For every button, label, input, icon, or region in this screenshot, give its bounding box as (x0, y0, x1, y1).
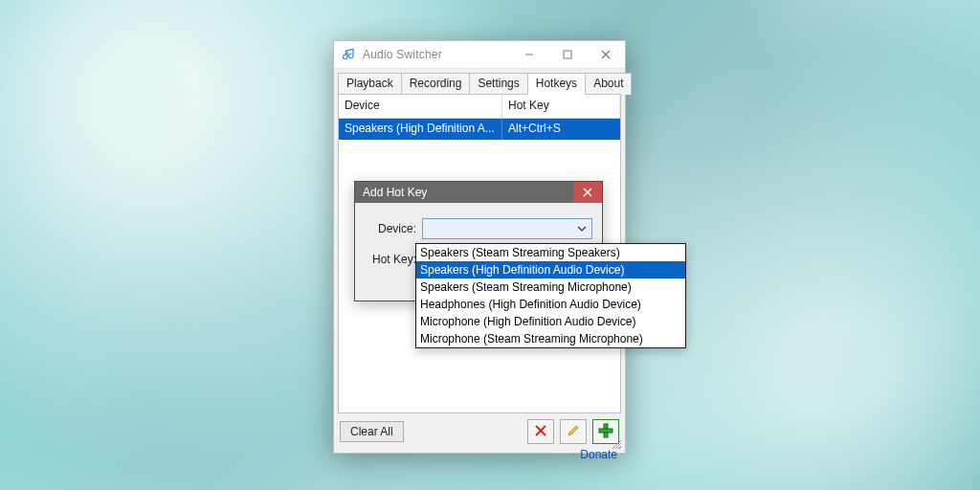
device-dropdown-list[interactable]: Speakers (Steam Streaming Speakers) Spea… (415, 243, 686, 348)
chevron-down-icon (574, 221, 590, 236)
device-label: Device: (365, 222, 422, 235)
list-item[interactable]: Speakers (Steam Streaming Microphone) (416, 278, 685, 296)
list-item[interactable]: Microphone (Steam Streaming Microphone) (416, 330, 685, 347)
tab-hotkeys[interactable]: Hotkeys (527, 73, 586, 95)
donate-link[interactable]: Donate (334, 444, 625, 461)
pencil-icon (567, 424, 580, 440)
close-button[interactable] (587, 41, 625, 68)
svg-rect-1 (564, 51, 571, 58)
resize-grip[interactable] (610, 437, 621, 449)
dialog-titlebar[interactable]: Add Hot Key (355, 182, 602, 203)
table-row[interactable]: Speakers (High Definition A... Alt+Ctrl+… (339, 119, 620, 140)
dialog-title: Add Hot Key (363, 186, 573, 199)
close-icon (583, 185, 592, 200)
dialog-close-button[interactable] (573, 182, 602, 203)
window-title: Audio Switcher (363, 48, 510, 61)
tab-recording[interactable]: Recording (401, 73, 471, 95)
tab-strip: Playback Recording Settings Hotkeys Abou… (334, 69, 625, 94)
table-header: Device Hot Key (339, 95, 620, 119)
titlebar[interactable]: Audio Switcher (334, 41, 625, 69)
cell-device: Speakers (High Definition A... (339, 119, 502, 140)
clear-all-button[interactable]: Clear All (340, 421, 404, 442)
tab-about[interactable]: About (585, 73, 632, 95)
col-device[interactable]: Device (339, 95, 502, 118)
list-item[interactable]: Microphone (High Definition Audio Device… (416, 313, 685, 330)
hotkey-label: Hot Key: (365, 253, 422, 266)
minimize-button[interactable] (510, 41, 548, 68)
device-combobox[interactable] (422, 218, 592, 239)
tab-settings[interactable]: Settings (469, 73, 527, 95)
cell-hotkey: Alt+Ctrl+S (502, 119, 620, 140)
window-buttons (510, 41, 625, 68)
edit-button[interactable] (560, 419, 587, 444)
list-item[interactable]: Speakers (High Definition Audio Device) (416, 261, 685, 278)
tab-playback[interactable]: Playback (338, 73, 402, 95)
delete-icon (534, 424, 547, 440)
svg-rect-7 (599, 429, 612, 433)
maximize-button[interactable] (548, 41, 587, 68)
delete-button[interactable] (527, 419, 554, 444)
col-hotkey[interactable]: Hot Key (502, 95, 620, 118)
app-icon (342, 47, 357, 62)
list-item[interactable]: Speakers (Steam Streaming Speakers) (416, 244, 685, 261)
bottom-bar: Clear All (334, 413, 625, 444)
list-item[interactable]: Headphones (High Definition Audio Device… (416, 296, 685, 313)
